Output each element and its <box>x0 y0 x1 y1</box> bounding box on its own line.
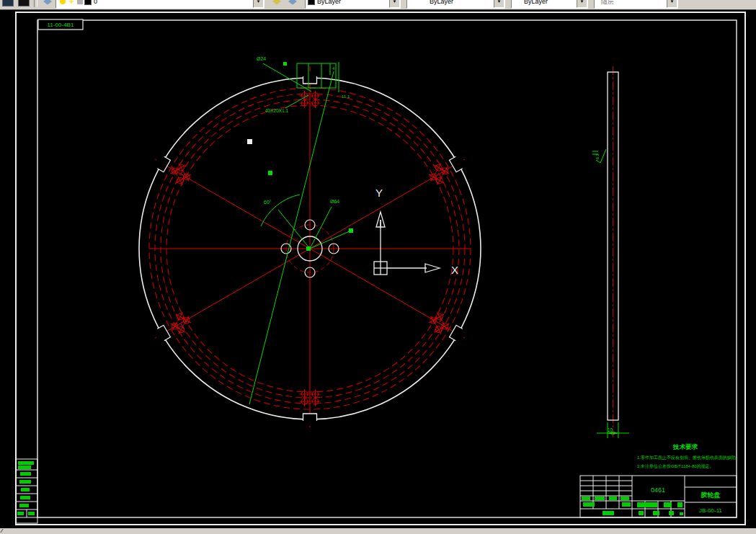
ucs-x-label: X <box>451 264 458 276</box>
linetype-combo[interactable]: ByLayer ▼ <box>406 0 505 9</box>
dim-keyway-note: 40X20X1.1 <box>265 108 289 113</box>
layer-on-icon[interactable] <box>60 0 66 4</box>
color-combo[interactable]: ByLayer ▼ <box>305 0 401 9</box>
layer-freeze-icon[interactable] <box>68 0 74 4</box>
view-label: 11-00-4B1 <box>48 22 74 28</box>
dim-roughness: 6.3 <box>595 153 600 159</box>
dim-thickness: 10 <box>608 427 613 432</box>
dim-hub-dia: Ø24 <box>257 56 266 61</box>
notes-line-2: 2.未注形位公差按GB/T1184-80的规定。 <box>637 463 714 469</box>
side-view: 6.3 10 <box>592 66 629 438</box>
view-label-box: 11-00-4B1 <box>38 19 83 30</box>
technical-notes: 技术要求 1.零件加工面上不应有划痕、擦伤等损伤表面的缺陷。 2.未注形位公差按… <box>637 443 740 469</box>
layer-combo-arrow-icon[interactable]: ▼ <box>253 0 264 8</box>
ucs-y-label: Y <box>375 187 383 199</box>
command-prompt-text: / <box>0 528 4 534</box>
linetype-combo-arrow-icon[interactable]: ▼ <box>494 0 504 8</box>
dim-bolt-circle: Ø64 <box>330 199 339 204</box>
color-value: ByLayer <box>317 0 341 5</box>
toolbar-image-icon[interactable] <box>1 0 15 9</box>
layer-color-chip <box>84 0 92 5</box>
roughness-symbol: 6.3 <box>592 149 606 163</box>
layers-icon[interactable] <box>40 0 55 9</box>
title-block-drawing-no: JB-00-11 <box>699 507 722 514</box>
lineweight-value: ByLayer <box>524 0 548 5</box>
dim-kw-depth: 4 <box>332 66 335 71</box>
ucs-icon: Y X <box>374 187 458 276</box>
lineweight-combo[interactable]: ByLayer ▼ <box>511 0 588 9</box>
grip-point <box>247 139 252 144</box>
command-line-strip[interactable]: / <box>0 528 756 534</box>
margin-table <box>16 459 37 523</box>
dim-kw-width: 11.1 <box>342 94 350 99</box>
plotstyle-combo-arrow-icon[interactable]: ▼ <box>667 0 677 8</box>
layer-lock-icon[interactable] <box>77 0 83 4</box>
toolbar-separator <box>34 0 37 7</box>
linetype-value: ByLayer <box>430 0 453 5</box>
lineweight-combo-arrow-icon[interactable]: ▼ <box>577 0 587 8</box>
plotstyle-combo[interactable]: 随层 ▼ <box>594 0 678 9</box>
layer-combo[interactable]: 0 ▼ <box>55 0 264 9</box>
current-color-chip <box>308 0 315 5</box>
title-block-part-name: 胶轮盘 <box>701 491 721 499</box>
plotstyle-value: 随层 <box>601 0 614 6</box>
drawing-canvas[interactable]: 11-00-4B1 <box>0 0 756 534</box>
title-block-code: 0461 <box>651 486 665 494</box>
margin-table-text-blocks <box>17 461 35 515</box>
layer-previous-icon[interactable] <box>285 0 300 9</box>
notes-title: 技术要求 <box>672 443 698 450</box>
title-block: 0461 胶轮盘 JB-00-11 <box>580 476 737 517</box>
top-toolbar: 0 ▼ ByLayer ▼ ByLayer ▼ ByLayer ▼ 随层 ▼ <box>0 0 756 10</box>
notes-line-1: 1.零件加工面上不应有划痕、擦伤等损伤表面的缺陷。 <box>637 455 740 460</box>
toolbar-display-icon[interactable] <box>17 0 31 9</box>
make-layer-current-icon[interactable] <box>270 0 284 9</box>
color-combo-arrow-icon[interactable]: ▼ <box>389 0 400 8</box>
dim-angle: 60° <box>264 200 272 205</box>
annotations: Ø24 40X20X1.1 60° Ø64 4 11.1 <box>249 56 353 404</box>
layer-name: 0 <box>94 0 97 5</box>
